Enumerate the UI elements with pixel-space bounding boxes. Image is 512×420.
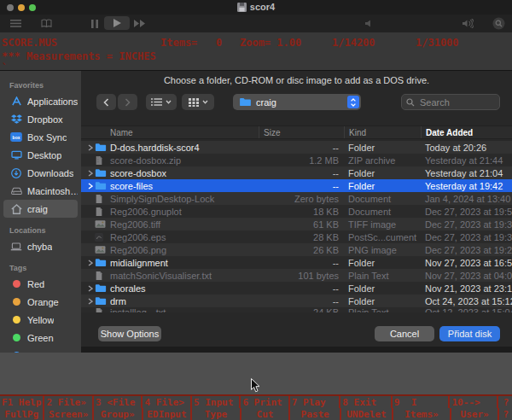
chevron-down-icon — [202, 100, 208, 104]
fnkey-2-2[interactable]: Screen» — [44, 408, 94, 420]
file-date: Oct 24, 2023 at 15:12 — [421, 296, 512, 306]
fnkey-1-2[interactable]: 2 File» — [44, 396, 93, 408]
file-size: -- — [259, 296, 344, 306]
fnkey-2-8[interactable]: UNDelet — [341, 408, 393, 420]
forward-button[interactable] — [118, 94, 137, 110]
file-row[interactable]: score-dosbox--FolderYesterday at 21:04 — [81, 166, 512, 179]
column-header-name[interactable]: Name — [110, 128, 259, 137]
fnkey-1-7[interactable]: 7 Play — [290, 396, 341, 408]
file-kind: PostSc...cument — [344, 232, 421, 242]
group-view-button[interactable] — [182, 94, 214, 110]
cancel-button[interactable]: Cancel — [375, 326, 434, 341]
dialog-main: Choose a folder, CD-ROM or disc image to… — [81, 71, 512, 353]
file-kind: Folder — [344, 168, 421, 178]
fnkey-1-5[interactable]: 5 Input — [192, 396, 241, 408]
show-options-button[interactable]: Show Options — [98, 326, 161, 341]
disclosure-chevron-icon[interactable] — [81, 183, 95, 190]
file-size: 61 KB — [259, 219, 344, 230]
fnkey-2-6[interactable]: Cut — [241, 408, 291, 420]
sidebar-item-yellow[interactable]: Yellow — [3, 311, 78, 329]
fnkey-2-4[interactable]: EDInput — [143, 408, 193, 420]
fnkey-1-6[interactable]: 6 Print — [241, 396, 289, 408]
disclosure-chevron-icon[interactable] — [81, 285, 95, 292]
file-size: 1.2 MB — [259, 155, 344, 166]
column-header-kind[interactable]: Kind — [344, 126, 421, 138]
file-row[interactable]: drm--FolderOct 24, 2023 at 15:12 — [81, 295, 512, 307]
search-input[interactable] — [418, 96, 490, 108]
fnkey-1-3[interactable]: 3 <File — [94, 396, 143, 408]
desktop-icon — [9, 149, 23, 160]
confirm-add-disk-button[interactable]: Přidat disk — [439, 326, 500, 341]
harddrive-icon — [9, 185, 23, 196]
file-name: SimplySignDesktop-Lock — [110, 194, 259, 204]
sidebar-item-red[interactable]: Red — [3, 275, 78, 293]
back-button[interactable] — [96, 94, 116, 110]
zip-icon — [95, 155, 110, 166]
dos-fraction-a: 1/14200 — [332, 37, 375, 49]
pause-icon[interactable] — [90, 16, 100, 31]
sidebar-item-desktop[interactable]: Desktop — [3, 146, 78, 164]
folder-icon — [95, 258, 110, 267]
sidebar-item-box-sync[interactable]: boxBox Sync — [3, 128, 78, 146]
play-icon — [113, 19, 121, 27]
fnkey-1-10[interactable]: 10--> — [450, 396, 497, 408]
dos-fraction-b: 1/31000 — [416, 37, 459, 49]
fnkey-1-4[interactable]: 4 File> — [143, 396, 191, 408]
sidebar-item-macintosh-[interactable]: Macintosh… — [3, 182, 78, 200]
disclosure-chevron-icon[interactable] — [81, 170, 95, 177]
path-selector[interactable]: craig — [233, 94, 361, 110]
fast-forward-icon[interactable] — [133, 16, 147, 31]
file-date: Nov 27, 2023 at 16:56 — [421, 258, 512, 268]
volume-low-icon[interactable] — [364, 16, 373, 31]
file-kind: Folder — [344, 258, 421, 268]
fnkey-1-9[interactable]: 9 I — [393, 396, 451, 408]
sidebar-item-orange[interactable]: Orange — [3, 293, 78, 311]
file-date: Dec 27, 2023 at 19:25 — [421, 245, 512, 255]
sidebar-item-chyba[interactable]: chyba — [3, 237, 78, 255]
stepper-icon[interactable] — [347, 96, 359, 108]
file-row: SimplySignDesktop-LockZero bytesDocument… — [81, 192, 512, 205]
column-header-date-added[interactable]: Date Added — [421, 126, 512, 138]
file-date: Nov 21, 2023 at 23:15 — [421, 283, 512, 294]
laptop-icon — [9, 241, 23, 252]
sidebar-item-green[interactable]: Green — [3, 329, 78, 347]
home-icon — [9, 203, 23, 214]
disclosure-chevron-icon[interactable] — [81, 298, 95, 305]
boxsync-icon: box — [9, 131, 23, 143]
book-icon[interactable] — [39, 16, 53, 31]
sidebar-item-label: Desktop — [27, 150, 61, 160]
file-size: 24 KB — [259, 307, 344, 312]
file-name: drm — [110, 296, 259, 306]
sidebar-item-dropbox[interactable]: Dropbox — [3, 110, 78, 128]
disclosure-chevron-icon[interactable] — [81, 144, 95, 151]
fnkey-2-10[interactable]: User» — [451, 408, 500, 420]
search-field[interactable] — [401, 94, 500, 110]
sidebar-item-applications[interactable]: Applications — [3, 92, 78, 110]
search-circle-icon[interactable] — [492, 16, 505, 31]
file-size: Zero bytes — [259, 194, 344, 204]
fnkey-2-3[interactable]: Group» — [94, 408, 143, 420]
list-view-button[interactable] — [146, 94, 177, 110]
fnkey-2-5[interactable]: Type — [192, 408, 241, 420]
fnkey-2-1[interactable]: FullPg — [0, 408, 44, 420]
sidebar-item-craig[interactable]: craig — [3, 200, 78, 218]
file-kind: Folder — [344, 296, 421, 306]
play-button[interactable] — [104, 16, 130, 30]
file-name: Reg2006.png — [110, 245, 259, 255]
menu-icon[interactable] — [9, 16, 21, 31]
disclosure-chevron-icon[interactable] — [81, 260, 95, 266]
fnkey-1-11[interactable]: ? — [498, 396, 512, 408]
volume-high-icon[interactable] — [462, 16, 474, 31]
column-header-size[interactable]: Size — [259, 126, 344, 138]
sidebar-item-label: Dropbox — [27, 114, 63, 125]
fnkey-1-1[interactable]: F1 Help — [0, 396, 44, 408]
fnkey-2-9[interactable]: Items» — [393, 408, 451, 420]
fnkey-2-11[interactable]: ? — [499, 408, 512, 420]
file-row[interactable]: score-files--FolderYesterday at 19:42 — [81, 179, 512, 192]
file-row[interactable]: midialignment--FolderNov 27, 2023 at 16:… — [81, 256, 512, 269]
fnkey-1-8[interactable]: 8 Exit — [340, 396, 393, 408]
file-row[interactable]: chorales--FolderNov 21, 2023 at 23:15 — [81, 282, 512, 295]
file-row[interactable]: D-dos.harddisk-scor4--FolderToday at 20:… — [81, 141, 512, 154]
fnkey-2-7[interactable]: Paste — [290, 408, 341, 420]
sidebar-item-downloads[interactable]: Downloads — [3, 164, 78, 182]
